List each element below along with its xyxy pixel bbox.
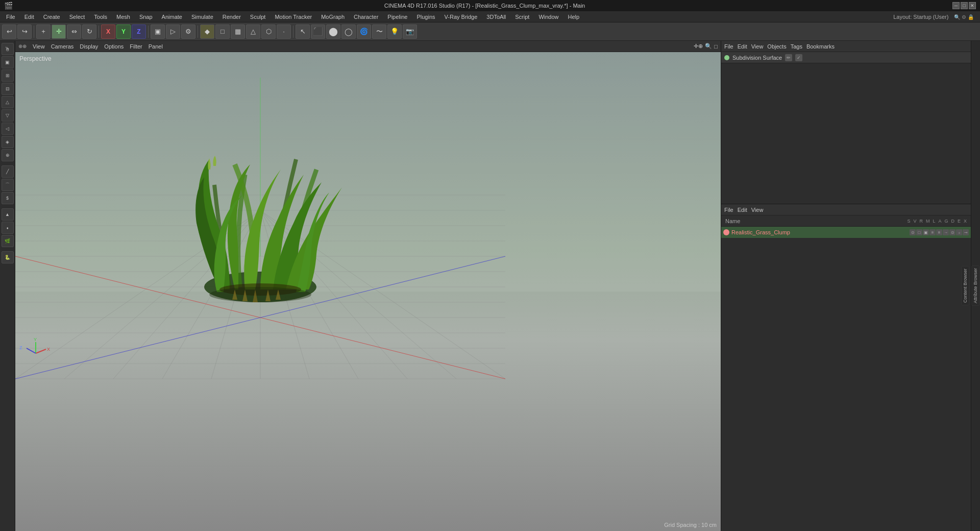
attr-menu-edit[interactable]: Edit [738, 207, 747, 213]
light-button[interactable]: 💡 [387, 25, 402, 39]
obj-icon-1[interactable]: ⊙ [910, 229, 916, 235]
tool-mode-1[interactable]: ▣ [2, 56, 14, 68]
texture-mode-button[interactable]: ▦ [231, 25, 245, 39]
menu-animate[interactable]: Animate [158, 13, 186, 21]
z-axis-button[interactable]: Z [132, 25, 146, 39]
tool-bezier[interactable]: ⌒ [2, 179, 14, 191]
sphere-button[interactable]: ⬤ [326, 25, 340, 39]
menu-pipeline[interactable]: Pipeline [383, 13, 411, 21]
y-axis-button[interactable]: Y [116, 25, 131, 39]
menu-create[interactable]: Create [39, 13, 64, 21]
attr-menu-view[interactable]: View [751, 207, 764, 213]
add-object-button[interactable]: + [36, 25, 51, 39]
redo-button[interactable]: ↪ [17, 25, 32, 39]
menu-snap[interactable]: Snap [135, 13, 157, 21]
obj-icon-8[interactable]: ⬦ [956, 229, 962, 235]
menu-mograph[interactable]: MoGraph [317, 13, 349, 21]
menu-mesh[interactable]: Mesh [112, 13, 134, 21]
obj-icon-4[interactable]: ≡ [929, 229, 936, 235]
torus-button[interactable]: ◯ [341, 25, 356, 39]
objects-menu-tags[interactable]: Tags [791, 43, 802, 50]
live-select-button[interactable]: ↖ [296, 25, 310, 39]
menu-script[interactable]: Script [511, 13, 533, 21]
tool-object-select[interactable]: 🖱 [2, 43, 14, 55]
object-mode-button[interactable]: ◆ [200, 25, 214, 39]
deform-button[interactable]: 🌀 [357, 25, 371, 39]
move-tool-button[interactable]: ✛ [52, 25, 66, 39]
cube-button[interactable]: ⬛ [311, 25, 325, 39]
obj-icon-2[interactable]: □ [916, 229, 922, 235]
nurbs-button[interactable]: 〜 [372, 25, 386, 39]
restore-button[interactable]: □ [961, 2, 968, 9]
menu-character[interactable]: Character [350, 13, 382, 21]
obj-icon-9[interactable]: ⊸ [963, 229, 969, 235]
viewport-menu-options[interactable]: Options [104, 43, 124, 50]
obj-icon-7[interactable]: ⊙ [949, 229, 955, 235]
close-button[interactable]: ✕ [969, 2, 976, 9]
menu-motion-tracker[interactable]: Motion Tracker [271, 13, 316, 21]
objects-menu-view[interactable]: View [751, 43, 764, 50]
render-viewport-button[interactable]: ▷ [166, 25, 180, 39]
tool-dollar[interactable]: $ [2, 192, 14, 204]
subdivision-edit-icon[interactable]: ✏ [785, 54, 792, 61]
subdivision-check-icon[interactable]: ✓ [795, 54, 802, 61]
tool-mode-4[interactable]: △ [2, 96, 14, 108]
rotate-tool-button[interactable]: ↻ [82, 25, 96, 39]
tool-grass[interactable]: 🌿 [2, 235, 14, 247]
objects-menu-bookmarks[interactable]: Bookmarks [806, 43, 835, 50]
menu-help[interactable]: Help [564, 13, 584, 21]
viewport-menu-cameras[interactable]: Cameras [51, 43, 74, 50]
point-mode-button[interactable]: · [277, 25, 291, 39]
tool-mode-5[interactable]: ▽ [2, 109, 14, 122]
undo-button[interactable]: ↩ [2, 25, 16, 39]
scale-tool-button[interactable]: ⇔ [67, 25, 81, 39]
tool-mode-2[interactable]: ⊞ [2, 69, 14, 82]
viewport-menu-view[interactable]: View [33, 43, 45, 50]
tool-mode-8[interactable]: ⊕ [2, 149, 14, 161]
menu-tools[interactable]: Tools [90, 13, 111, 21]
menu-sculpt[interactable]: Sculpt [246, 13, 270, 21]
viewport-maximize-icon[interactable]: □ [714, 43, 718, 50]
menu-vray-bridge[interactable]: V-Ray Bridge [440, 13, 482, 21]
tool-line[interactable]: ╱ [2, 165, 14, 178]
viewport-menu-filter[interactable]: Filter [130, 43, 142, 50]
menu-edit[interactable]: Edit [20, 13, 38, 21]
menu-3dtoall[interactable]: 3DToAll [482, 13, 510, 21]
camera-button[interactable]: 📷 [403, 25, 417, 39]
menu-render[interactable]: Render [218, 13, 245, 21]
tool-polygon[interactable]: ▲ [2, 208, 14, 221]
3d-viewport[interactable]: X Y Z Perspective Grid Spacing : 10 cm [15, 52, 721, 531]
objects-menu-objects[interactable]: Objects [767, 43, 786, 50]
viewport-menu-panel[interactable]: Panel [149, 43, 163, 50]
sidebar-tab-content[interactable]: Content Browser [961, 266, 969, 305]
viewport-menu-display[interactable]: Display [80, 43, 98, 50]
x-axis-button[interactable]: X [101, 25, 115, 39]
tool-python[interactable]: 🐍 [2, 251, 14, 263]
edge-mode-button[interactable]: ⬡ [261, 25, 276, 39]
sidebar-tab-attribute[interactable]: Attribute Browser [971, 266, 979, 306]
tool-mode-7[interactable]: ◈ [2, 136, 14, 148]
menu-plugins[interactable]: Plugins [412, 13, 439, 21]
menu-simulate[interactable]: Simulate [187, 13, 217, 21]
objects-menu-file[interactable]: File [724, 43, 733, 50]
attr-menu-file[interactable]: File [724, 207, 733, 213]
tool-patch[interactable]: ⬧ [2, 222, 14, 234]
minimize-button[interactable]: ─ [952, 2, 960, 9]
polygon-mode-button[interactable]: △ [246, 25, 260, 39]
objects-menu-edit[interactable]: Edit [738, 43, 747, 50]
viewport-move-icon[interactable]: ✛⊕ [694, 43, 703, 50]
obj-icon-3[interactable]: ▣ [923, 229, 929, 235]
obj-icon-6[interactable]: → [943, 229, 949, 235]
tool-mode-3[interactable]: ⊟ [2, 83, 14, 95]
obj-icon-5[interactable]: ≡ [936, 229, 942, 235]
model-mode-button[interactable]: □ [215, 25, 230, 39]
menu-window[interactable]: Window [534, 13, 562, 21]
app-icon: 🎬 [4, 2, 13, 10]
object-list-item[interactable]: Realistic_Grass_Clump ⊙ □ ▣ ≡ ≡ → ⊙ ⬦ ⊸ [721, 227, 971, 238]
render-region-button[interactable]: ▣ [151, 25, 165, 39]
menu-file[interactable]: File [2, 13, 19, 21]
render-settings-button[interactable]: ⚙ [181, 25, 195, 39]
menu-select[interactable]: Select [65, 13, 89, 21]
viewport-zoom-icon[interactable]: 🔍 [705, 43, 712, 50]
tool-mode-6[interactable]: ◁ [2, 123, 14, 135]
